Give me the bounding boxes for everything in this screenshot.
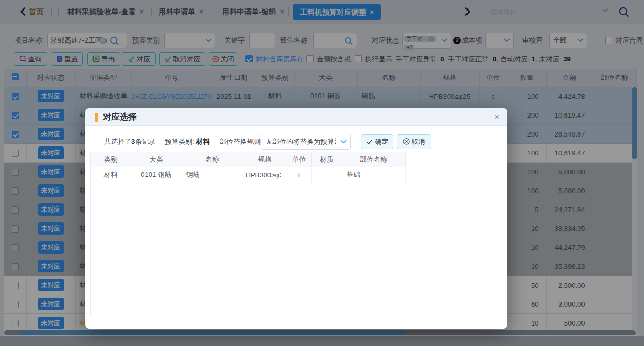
rule-select[interactable]: 无部位的将替换为预算部位 xyxy=(261,134,351,150)
dialog-cell-unit: t xyxy=(287,167,311,183)
dialog-cell-name: 钢筋 xyxy=(182,167,243,183)
chevron-down-icon xyxy=(340,140,346,145)
rule-label: 部位替换规则 xyxy=(220,134,261,150)
spec-text: HPB300>φ25 xyxy=(246,171,281,179)
dialog-cell-spec: HPB300>φ25 xyxy=(243,167,287,183)
dialog-table-container: 类别大类名称规格单位材质部位名称 材料0101 钢筋钢筋HPB300>φ25t基… xyxy=(90,152,502,316)
dialog-column-header[interactable]: 部位名称 xyxy=(342,152,405,167)
dialog-column-header[interactable]: 名称 xyxy=(182,152,243,167)
summary-suffix: 条记录 xyxy=(135,138,155,145)
match-select-dialog: 对应选择 × 共选择了3条记录 预算类别: 材料 部位替换规则 无部位的将替换为… xyxy=(85,108,507,329)
cancel-button-label: 取消 xyxy=(412,138,425,145)
dialog-column-header[interactable]: 类别 xyxy=(91,152,131,167)
budget-info-value: 材料 xyxy=(196,138,210,145)
budget-category-info: 预算类别: 材料 xyxy=(165,134,210,150)
summary-prefix: 共选择了 xyxy=(104,138,131,145)
check-icon xyxy=(366,139,373,146)
title-accent-icon xyxy=(95,113,98,122)
dialog-table-body: 材料0101 钢筋钢筋HPB300>φ25t基础 xyxy=(91,167,405,183)
selection-summary: 共选择了3条记录 xyxy=(104,134,155,150)
dialog-cell-category: 材料 xyxy=(91,167,131,183)
cancel-button[interactable]: 取消 xyxy=(397,134,431,149)
dialog-table-header-row: 类别大类名称规格单位材质部位名称 xyxy=(91,152,405,167)
dialog-table: 类别大类名称规格单位材质部位名称 材料0101 钢筋钢筋HPB300>φ25t基… xyxy=(91,152,406,183)
dialog-cell-material xyxy=(311,167,342,183)
dialog-header[interactable]: 对应选择 × xyxy=(85,108,507,126)
confirm-button[interactable]: 确定 xyxy=(361,134,393,149)
rule-select-value: 无部位的将替换为预算部位 xyxy=(266,134,336,149)
dialog-cell-part: 基础 xyxy=(342,167,405,183)
dialog-info-row: 共选择了3条记录 预算类别: 材料 部位替换规则 无部位的将替换为预算部位 确定… xyxy=(85,134,507,150)
dialog-cell-big_class: 0101 钢筋 xyxy=(131,167,182,183)
dialog-column-header[interactable]: 单位 xyxy=(287,152,311,167)
close-circle-icon xyxy=(403,138,410,146)
dialog-close-icon[interactable]: × xyxy=(491,108,503,126)
dialog-table-row[interactable]: 材料0101 钢筋钢筋HPB300>φ25t基础 xyxy=(91,167,405,183)
dialog-column-header[interactable]: 材质 xyxy=(311,152,342,167)
dialog-column-header[interactable]: 规格 xyxy=(243,152,287,167)
budget-info-label: 预算类别: xyxy=(165,138,196,145)
dialog-column-header[interactable]: 大类 xyxy=(131,152,182,167)
confirm-button-label: 确定 xyxy=(375,138,389,145)
dialog-title: 对应选择 xyxy=(103,108,137,126)
